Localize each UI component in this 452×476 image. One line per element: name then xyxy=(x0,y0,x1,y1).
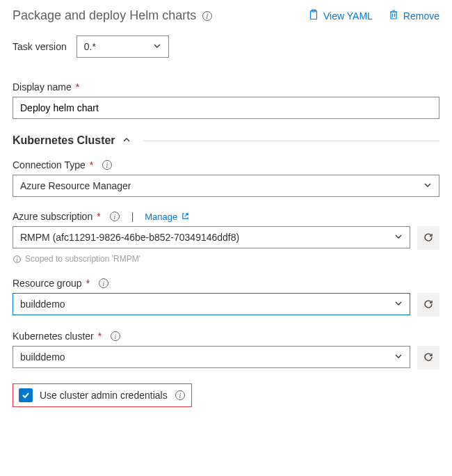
azure-subscription-value: RMPM (afc11291-9826-46be-b852-70349146dd… xyxy=(20,232,239,243)
section-title: Kubernetes Cluster xyxy=(13,134,115,147)
header-actions: View YAML Remove xyxy=(308,9,439,22)
required-marker: * xyxy=(98,331,102,342)
required-marker: * xyxy=(90,159,93,170)
svg-text:i: i xyxy=(16,256,17,262)
task-version-dropdown[interactable]: 0.* xyxy=(76,35,169,58)
chevron-down-icon xyxy=(423,180,432,191)
clipboard-icon xyxy=(308,9,319,22)
required-marker: * xyxy=(97,211,100,222)
azure-subscription-field: Azure subscription * i | Manage RMPM (af… xyxy=(13,211,439,264)
azure-subscription-label-text: Azure subscription xyxy=(13,211,92,222)
task-version-label: Task version xyxy=(13,41,67,52)
refresh-button[interactable] xyxy=(417,293,439,317)
resource-group-label: Resource group * xyxy=(13,278,90,289)
resource-group-value: builddemo xyxy=(20,299,65,310)
refresh-icon xyxy=(423,351,434,365)
refresh-button[interactable] xyxy=(417,226,439,250)
chevron-down-icon xyxy=(153,41,161,52)
connection-type-label: Connection Type * xyxy=(13,159,93,170)
task-header: Package and deploy Helm charts i View YA… xyxy=(13,8,439,23)
refresh-icon xyxy=(423,299,434,312)
admin-credentials-label: Use cluster admin credentials xyxy=(40,390,168,401)
resource-group-dropdown[interactable]: builddemo xyxy=(13,293,410,315)
svg-text:i: i xyxy=(179,392,181,399)
section-kubernetes-cluster[interactable]: Kubernetes Cluster xyxy=(13,134,439,147)
svg-text:i: i xyxy=(103,280,105,287)
azure-subscription-dropdown[interactable]: RMPM (afc11291-9826-46be-b852-70349146dd… xyxy=(13,226,410,248)
manage-link[interactable]: Manage xyxy=(145,212,189,222)
kubernetes-cluster-label-text: Kubernetes cluster xyxy=(13,331,94,342)
connection-type-field: Connection Type * i Azure Resource Manag… xyxy=(13,159,439,197)
resource-group-field: Resource group * i builddemo xyxy=(13,278,439,317)
info-icon[interactable]: i xyxy=(98,278,109,289)
info-icon[interactable]: i xyxy=(109,211,120,222)
svg-text:i: i xyxy=(115,333,117,340)
required-marker: * xyxy=(86,278,90,289)
azure-subscription-label: Azure subscription * xyxy=(13,211,101,222)
svg-text:i: i xyxy=(113,213,115,221)
view-yaml-button[interactable]: View YAML xyxy=(308,9,373,22)
separator: | xyxy=(131,211,134,222)
kubernetes-cluster-field: Kubernetes cluster * i builddemo xyxy=(13,331,439,370)
chevron-down-icon xyxy=(394,232,403,243)
refresh-button[interactable] xyxy=(417,346,439,370)
remove-button[interactable]: Remove xyxy=(388,9,439,22)
divider xyxy=(143,141,439,141)
trash-icon xyxy=(388,9,399,22)
external-link-icon xyxy=(181,212,189,222)
info-icon[interactable]: i xyxy=(175,390,186,401)
chevron-down-icon xyxy=(394,299,403,310)
svg-rect-4 xyxy=(391,12,396,19)
svg-text:i: i xyxy=(106,161,108,169)
kubernetes-cluster-value: builddemo xyxy=(20,351,65,363)
subscription-scope-note: i Scoped to subscription 'RMPM' xyxy=(13,254,439,264)
chevron-up-icon xyxy=(122,135,131,146)
task-title-text: Package and deploy Helm charts xyxy=(13,8,196,23)
resource-group-label-text: Resource group xyxy=(13,278,82,289)
info-icon: i xyxy=(13,255,22,264)
display-name-label: Display name * xyxy=(13,81,439,93)
kubernetes-cluster-dropdown[interactable]: builddemo xyxy=(13,346,410,368)
info-icon[interactable]: i xyxy=(202,10,213,22)
task-title: Package and deploy Helm charts i xyxy=(13,8,213,23)
info-icon[interactable]: i xyxy=(110,331,121,342)
kubernetes-cluster-label: Kubernetes cluster * xyxy=(13,331,102,342)
manage-label: Manage xyxy=(145,212,177,222)
remove-label: Remove xyxy=(403,10,439,22)
display-name-label-text: Display name xyxy=(13,81,72,93)
view-yaml-label: View YAML xyxy=(323,10,373,22)
task-version-field: Task version 0.* xyxy=(13,35,439,58)
admin-credentials-checkbox[interactable] xyxy=(19,388,33,402)
scope-note-text: Scoped to subscription 'RMPM' xyxy=(25,254,140,264)
admin-credentials-row: Use cluster admin credentials i xyxy=(13,383,192,407)
connection-type-label-text: Connection Type xyxy=(13,159,86,170)
chevron-down-icon xyxy=(394,351,403,363)
connection-type-value: Azure Resource Manager xyxy=(20,180,131,191)
connection-type-dropdown[interactable]: Azure Resource Manager xyxy=(13,175,439,197)
required-marker: * xyxy=(76,81,79,93)
display-name-input[interactable] xyxy=(13,97,439,119)
task-version-value: 0.* xyxy=(84,41,96,52)
display-name-field: Display name * xyxy=(13,81,439,119)
info-icon[interactable]: i xyxy=(102,159,113,170)
svg-text:i: i xyxy=(207,13,209,20)
refresh-icon xyxy=(423,232,434,245)
